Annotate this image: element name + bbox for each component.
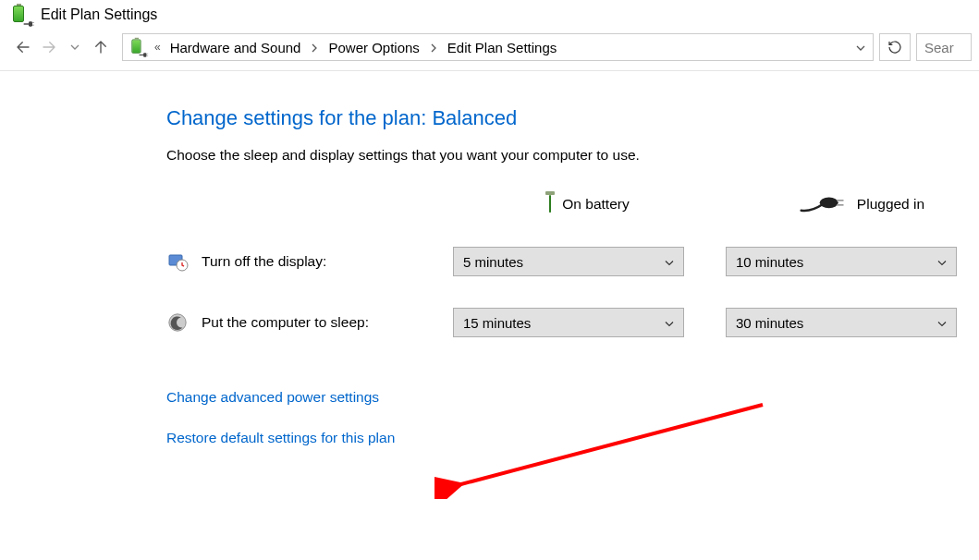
nav-toolbar: « Hardware and Sound Power Options Edit …: [0, 31, 979, 71]
chevron-down-icon: [665, 254, 674, 270]
display-battery-value: 5 minutes: [463, 254, 523, 270]
links-section: Change advanced power settings Restore d…: [166, 389, 979, 446]
column-label-plugged: Plugged in: [857, 196, 924, 213]
svg-rect-8: [837, 204, 844, 206]
svg-rect-2: [32, 25, 34, 26]
sleep-battery-dropdown[interactable]: 15 minutes: [453, 308, 684, 337]
svg-rect-4: [147, 54, 149, 55]
main-content: Change settings for the plan: Balanced C…: [0, 71, 979, 446]
search-input[interactable]: Sear: [916, 33, 972, 61]
search-placeholder: Sear: [924, 40, 954, 55]
row-sleep-label: Put the computer to sleep:: [166, 311, 453, 334]
svg-rect-7: [837, 200, 844, 201]
address-dropdown[interactable]: [852, 40, 869, 55]
svg-rect-5: [147, 55, 149, 56]
column-header-plugged: Plugged in: [726, 193, 961, 215]
row-display-text: Turn off the display:: [202, 253, 326, 270]
chevron-down-icon: [665, 315, 674, 331]
restore-defaults-link[interactable]: Restore default settings for this plan: [166, 430, 979, 446]
svg-rect-1: [32, 22, 34, 23]
column-header-battery: On battery: [453, 196, 689, 213]
row-display-label: Turn off the display:: [166, 250, 453, 273]
forward-button[interactable]: [39, 37, 59, 57]
back-button[interactable]: [13, 37, 33, 57]
sleep-plugged-dropdown[interactable]: 30 minutes: [726, 308, 957, 337]
sleep-battery-value: 15 minutes: [463, 315, 531, 331]
svg-rect-3: [143, 53, 146, 57]
power-options-icon: [128, 36, 149, 58]
battery-icon: [549, 196, 551, 213]
chevron-right-icon: [308, 40, 321, 55]
breadcrumb-edit-plan[interactable]: Edit Plan Settings: [442, 37, 562, 58]
recent-dropdown[interactable]: [65, 37, 85, 57]
display-battery-dropdown[interactable]: 5 minutes: [453, 247, 684, 276]
display-plugged-dropdown[interactable]: 10 minutes: [726, 247, 957, 276]
breadcrumb-power-options[interactable]: Power Options: [323, 37, 424, 58]
chevron-down-icon: [937, 254, 947, 270]
plug-icon: [800, 193, 846, 215]
svg-point-6: [820, 198, 838, 209]
address-bar[interactable]: « Hardware and Sound Power Options Edit …: [122, 33, 874, 61]
up-button[interactable]: [91, 37, 111, 57]
display-plugged-value: 10 minutes: [736, 254, 803, 270]
display-timer-icon: [166, 250, 189, 273]
advanced-settings-link[interactable]: Change advanced power settings: [166, 389, 979, 406]
title-bar: Edit Plan Settings: [0, 0, 979, 31]
breadcrumb-hardware-sound[interactable]: Hardware and Sound: [165, 37, 307, 58]
sleep-plugged-value: 30 minutes: [736, 315, 803, 331]
page-subtext: Choose the sleep and display settings th…: [166, 147, 979, 164]
power-options-icon: [11, 4, 33, 26]
svg-rect-0: [29, 21, 32, 26]
window-title: Edit Plan Settings: [41, 6, 157, 23]
chevron-down-icon: [937, 315, 947, 331]
page-heading: Change settings for the plan: Balanced: [166, 106, 979, 130]
settings-grid: On battery Plugged in: [166, 193, 979, 337]
row-sleep-text: Put the computer to sleep:: [202, 314, 369, 331]
chevron-right-icon: [427, 40, 440, 55]
column-label-battery: On battery: [562, 196, 629, 213]
breadcrumb-overflow[interactable]: «: [151, 41, 163, 54]
refresh-button[interactable]: [879, 33, 911, 61]
sleep-moon-icon: [166, 311, 189, 334]
